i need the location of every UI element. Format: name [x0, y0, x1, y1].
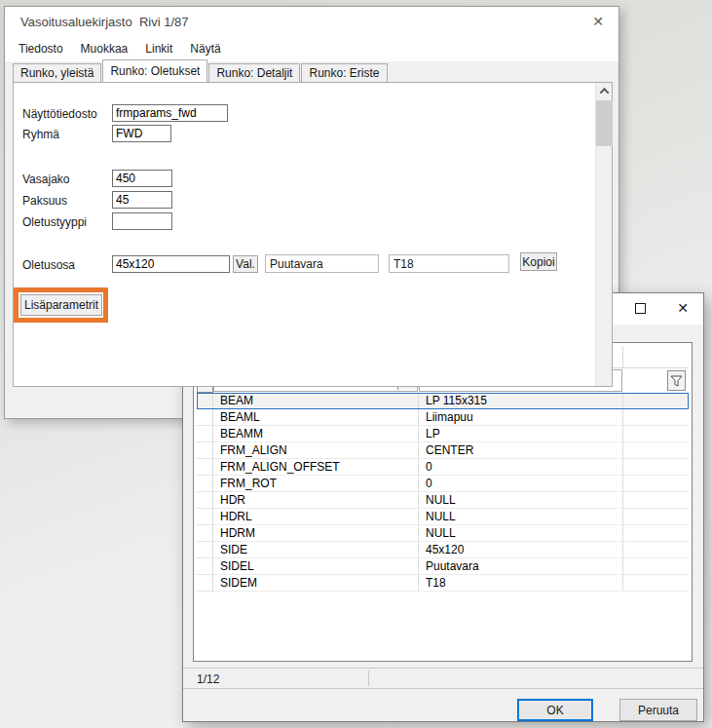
close-icon[interactable]: ✕	[666, 293, 699, 323]
menu-bar: Tiedosto Muokkaa Linkit Näytä	[5, 36, 618, 61]
row-count-status: 1/12	[197, 672, 219, 686]
vertical-scrollbar[interactable]	[595, 83, 612, 386]
table-row[interactable]: SIDEL Puutavara	[197, 558, 689, 575]
material-readonly-box: Puutavara	[265, 254, 379, 273]
status-bar: 1/12	[183, 668, 703, 689]
oletusosa-input[interactable]	[112, 255, 230, 273]
status-divider	[368, 671, 369, 686]
close-icon[interactable]: ✕	[581, 7, 615, 36]
table-row[interactable]: SIDEM T18	[197, 575, 689, 592]
peruuta-button[interactable]: Peruuta	[619, 699, 697, 721]
table-row[interactable]: FRM_ALIGN_OFFSET 0	[197, 459, 689, 476]
table-row[interactable]: FRM_ALIGN CENTER	[197, 442, 689, 459]
filter-funnel-icon[interactable]	[667, 370, 686, 391]
menu-linkit[interactable]: Linkit	[136, 38, 181, 59]
tab-runko-eriste[interactable]: Runko: Eriste	[301, 63, 387, 82]
vasajako-label: Vasajako	[22, 172, 69, 186]
val-button[interactable]: Val.	[233, 255, 258, 273]
tab-runko-yleista[interactable]: Runko, yleistä	[13, 63, 101, 82]
nayttotiedosto-label: Näyttötiedosto	[22, 107, 97, 121]
menu-nayta[interactable]: Näytä	[181, 38, 229, 59]
kopioi-button[interactable]: Kopioi	[520, 252, 557, 271]
nayttotiedosto-input[interactable]	[112, 104, 228, 122]
scroll-up-icon[interactable]	[596, 83, 613, 99]
library-window: Vasoitusaluekirjasto Rivi 1/87 ✕ Tiedost…	[4, 6, 619, 419]
table-row[interactable]: HDRL NULL	[197, 509, 689, 525]
oletustyyppi-label: Oletustyyppi	[22, 215, 87, 229]
window-title: Vasoitusaluekirjasto Rivi 1/87	[20, 15, 188, 29]
table-row[interactable]: SIDE 45x120	[197, 542, 689, 558]
main-titlebar: Vasoitusaluekirjasto Rivi 1/87 ✕	[5, 7, 618, 36]
ryhma-label: Ryhmä	[22, 128, 59, 141]
parameters-table: Parametri Arvo BEAM LP 115x315	[193, 342, 693, 662]
table-row[interactable]: HDRM NULL	[197, 525, 689, 542]
vasajako-input[interactable]	[112, 170, 172, 187]
tab-runko-detaljit[interactable]: Runko: Detaljit	[208, 63, 300, 82]
tab-strip: Runko, yleistä Runko: Oletukset Runko: D…	[13, 61, 389, 82]
oletustyyppi-input[interactable]	[112, 212, 172, 230]
ok-button[interactable]: OK	[517, 699, 593, 721]
lisaparametrit-button[interactable]: Lisäparametrit	[20, 294, 102, 316]
tab-runko-oletukset[interactable]: Runko: Oletukset	[102, 59, 207, 82]
header-filler-cell	[623, 346, 689, 368]
grade-readonly-box: T18	[389, 254, 509, 273]
table-row[interactable]: FRM_ROT 0	[197, 476, 689, 492]
oletusosa-label: Oletusosa	[22, 258, 75, 272]
menu-muokkaa[interactable]: Muokkaa	[72, 38, 137, 59]
table-row[interactable]: BEAM LP 115x315	[197, 393, 689, 409]
maximize-icon[interactable]	[623, 293, 656, 323]
filter-filler-cell	[623, 368, 689, 393]
menu-tiedosto[interactable]: Tiedosto	[10, 38, 72, 59]
table-row[interactable]: BEAML Liimapuu	[197, 409, 689, 426]
table-row[interactable]: HDR NULL	[197, 492, 689, 509]
paksuus-label: Paksuus	[22, 194, 67, 208]
tab-control: Runko, yleistä Runko: Oletukset Runko: D…	[13, 61, 613, 387]
table-row[interactable]: BEAMM LP	[197, 426, 689, 442]
paksuus-input[interactable]	[112, 191, 172, 209]
scrollbar-thumb[interactable]	[596, 100, 613, 146]
tab-page-runko-oletukset: Näyttötiedosto Ryhmä Vasajako Paksuus Ol…	[13, 82, 613, 387]
ryhma-input[interactable]	[112, 125, 171, 142]
